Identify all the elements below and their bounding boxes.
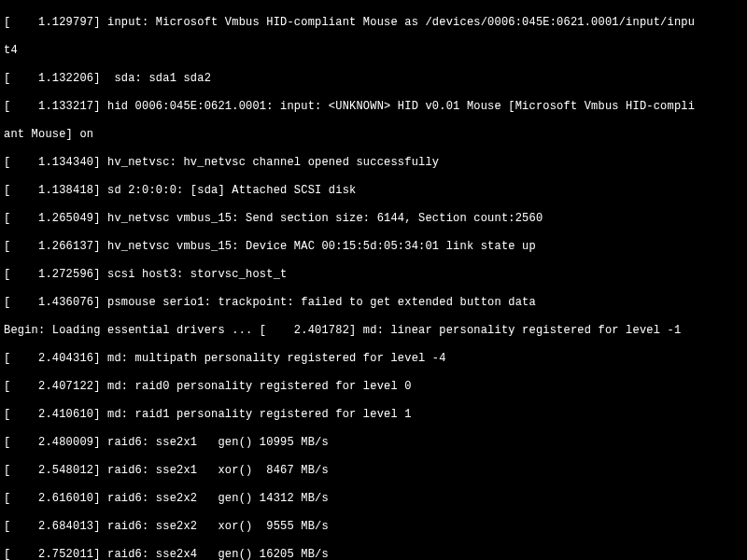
log-line: [ 2.616010] raid6: sse2x2 gen() 14312 MB… [4, 492, 329, 505]
log-line: [ 2.404316] md: multipath personality re… [4, 352, 446, 365]
log-line: Begin: Loading essential drivers ... [ 2… [4, 324, 681, 337]
log-line: [ 2.480009] raid6: sse2x1 gen() 10995 MB… [4, 436, 329, 449]
log-line: [ 1.265049] hv_netvsc vmbus_15: Send sec… [4, 212, 543, 225]
log-line: [ 1.272596] scsi host3: storvsc_host_t [4, 268, 287, 281]
log-line: [ 2.684013] raid6: sse2x2 xor() 9555 MB/… [4, 520, 329, 533]
log-line: [ 1.266137] hv_netvsc vmbus_15: Device M… [4, 240, 536, 253]
log-line: [ 2.407122] md: raid0 personality regist… [4, 380, 412, 393]
log-line: [ 2.410610] md: raid1 personality regist… [4, 408, 412, 421]
boot-console: [ 1.129797] input: Microsoft Vmbus HID-c… [0, 0, 747, 560]
log-line: [ 1.132206] sda: sda1 sda2 [4, 72, 211, 85]
log-line: [ 2.752011] raid6: sse2x4 gen() 16205 MB… [4, 548, 329, 560]
log-line: [ 1.138418] sd 2:0:0:0: [sda] Attached S… [4, 184, 356, 197]
log-line: ant Mouse] on [4, 128, 93, 141]
log-line: [ 1.129797] input: Microsoft Vmbus HID-c… [4, 16, 695, 29]
log-line: [ 1.134340] hv_netvsc: hv_netvsc channel… [4, 156, 439, 169]
log-line: [ 1.133217] hid 0006:045E:0621.0001: inp… [4, 100, 695, 113]
log-line: [ 2.548012] raid6: sse2x1 xor() 8467 MB/… [4, 464, 329, 477]
log-line: [ 1.436076] psmouse serio1: trackpoint: … [4, 296, 536, 309]
log-line: t4 [4, 44, 18, 57]
